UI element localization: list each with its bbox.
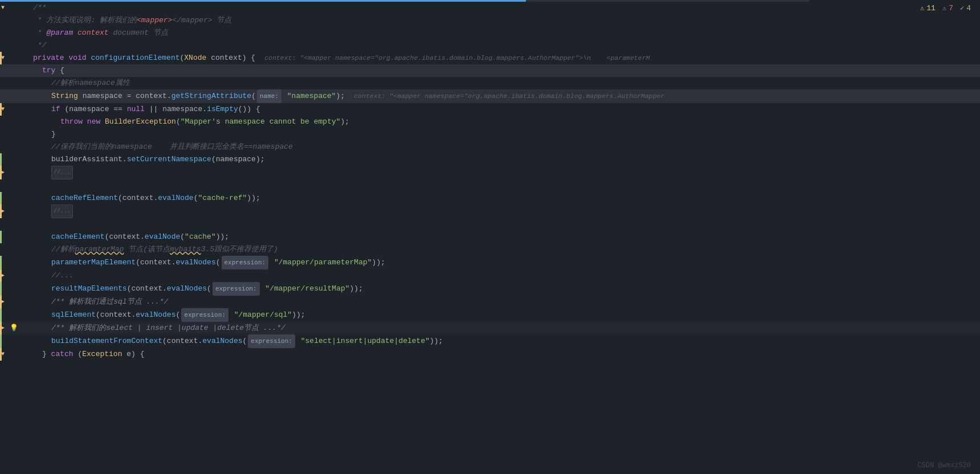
method-evalnodes-23: evalNodes [167, 283, 207, 295]
gutter-3 [0, 27, 28, 39]
check-badge: ✓ 4 [960, 4, 971, 13]
gutter-19 [0, 231, 28, 243]
comment-inline-22: //... [51, 269, 74, 282]
error-count: 7 [949, 4, 953, 13]
kw-new: new [87, 116, 100, 128]
code-line-24: ▶ /** 解析我们通过sql节点 ...*/ [0, 296, 980, 308]
sym-17[interactable]: ▶ [1, 205, 5, 218]
gutter-16 [0, 192, 28, 205]
method-getstr: getStringAttribute [172, 90, 251, 103]
str-cache: "cache" [185, 231, 216, 243]
code-line-13: builderAssistant . setCurrentNamespace (… [0, 153, 980, 166]
line-content-16: cacheRefElement ( context . evalNode ( "… [28, 192, 980, 205]
side-bar-19 [0, 231, 2, 243]
punct-10b: ); [341, 116, 350, 128]
code-line-20: //解析paramterMap 节点(该节点mybaits3.5跟似不推荐使用了… [0, 243, 980, 256]
comment-text-2: * 方法实现说明: 解析我们的 [33, 14, 137, 27]
punct-27c: ( [243, 335, 247, 348]
fold-arrow-1[interactable]: ▼ [1, 2, 5, 14]
code-line-11: } [0, 128, 980, 141]
sym-26[interactable]: ▶ [1, 322, 5, 334]
var-builder: builderAssistant [51, 153, 122, 166]
punct-13b: ( [211, 153, 216, 166]
fold-sym-9[interactable]: ▼ [1, 103, 5, 116]
sym-22[interactable]: ▶ [1, 269, 5, 282]
var-ctx-25: context [100, 309, 132, 321]
gutter-28: ▼ [0, 348, 28, 361]
line-content-6: try { [28, 64, 980, 77]
sp-9a [109, 103, 113, 116]
sym-24[interactable]: ▶ [1, 296, 5, 308]
method-resultmap: resultMapElements [51, 283, 127, 295]
gutter-9: ▼ [0, 103, 28, 116]
op-eq: = [127, 90, 132, 103]
warning-count: 11 [926, 4, 936, 13]
line-content-23: resultMapElements ( context . evalNodes … [28, 282, 980, 296]
space-5b [87, 52, 91, 64]
str-cacheref: "cache-ref" [198, 192, 247, 205]
sym-14[interactable]: ▶ [1, 166, 5, 179]
var-ns-9: namespace [69, 103, 109, 116]
collapsed-14[interactable]: //... [51, 166, 73, 179]
punct-25b: . [131, 309, 136, 321]
comment-crud: /** 解析我们的select | insert |update |delete… [51, 322, 285, 334]
line-content-4: */ [28, 39, 980, 52]
punct-16c: ( [194, 192, 198, 205]
punct-27b: . [198, 335, 202, 348]
sp-23 [261, 283, 266, 295]
sp-25 [230, 309, 234, 321]
hint-expr-25: expression: [181, 308, 228, 322]
inline-hint-8: context: "<mapper namespace="org.apache.… [345, 90, 664, 103]
method-name-5: configurationElement [91, 52, 179, 64]
punct-27a: ( [162, 335, 167, 348]
hint-expr-27: expression: [248, 334, 295, 348]
collapsed-17[interactable]: //... [51, 205, 73, 218]
sp-9d [158, 103, 162, 116]
var-e: e [126, 348, 131, 361]
comment-paramtermap3: 3.5跟似不推荐使用了) [201, 243, 278, 256]
gutter-4 [0, 39, 28, 52]
line-content-25: sqlElement ( context . evalNodes ( expre… [28, 308, 980, 322]
type-string: String [51, 90, 78, 103]
line-content-14: //... [28, 166, 980, 179]
comment-paramtermap2: 节点(该节点 [124, 243, 170, 256]
code-line-21: parameterMapElement ( context . evalNode… [0, 256, 980, 269]
punct-21b: . [172, 256, 176, 269]
check-count: 4 [966, 4, 971, 13]
param-context: context [77, 27, 109, 39]
punct-8a: . [167, 90, 172, 103]
punct-23a: ( [127, 283, 132, 295]
gutter-11 [0, 128, 28, 141]
str-parammap: "/mapper/parameterMap" [274, 256, 372, 269]
punct-10a: ( [176, 116, 181, 128]
line-content-26: /** 解析我们的select | insert |update |delete… [28, 322, 980, 334]
fold-sym-5[interactable]: ▼ [1, 52, 5, 64]
error-icon: ⚠ [942, 4, 946, 13]
bulb-icon[interactable]: 💡 [10, 322, 18, 334]
class-xnode: XNode [184, 52, 206, 64]
str-empty-ns: "Mapper's namespace cannot be empty" [181, 116, 341, 128]
gutter-24: ▶ [0, 296, 28, 308]
comment-param-name [73, 27, 77, 39]
at-param: @param [46, 27, 73, 39]
str-sql: "/mapper/sql" [234, 309, 292, 321]
line-content-19: cacheElement ( context . evalNode ( "cac… [28, 231, 980, 243]
punct-21c: ( [216, 256, 220, 269]
str-resultmap: "/mapper/resultMap" [265, 283, 349, 295]
sym-28[interactable]: ▼ [1, 348, 5, 361]
punct-23b: . [162, 283, 167, 295]
inline-hint-5: context: "<mapper namespace="org.apache.… [255, 52, 650, 64]
comment-close-4: */ [33, 39, 46, 52]
gutter-21 [0, 256, 28, 269]
var-ctx-27: context [167, 335, 198, 348]
line-content-27: buildStatementFromContext ( context . ev… [28, 334, 980, 348]
gutter-27 [0, 334, 28, 348]
sp-9c [145, 103, 149, 116]
code-line-19: cacheElement ( context . evalNode ( "cac… [0, 231, 980, 243]
punct-11: } [51, 128, 56, 141]
kw-private: private [33, 52, 64, 64]
var-ctx-23: context [131, 283, 162, 295]
punct-23d: )); [350, 283, 363, 295]
punct-25d: )); [292, 309, 305, 321]
code-line-4: */ [0, 39, 980, 52]
